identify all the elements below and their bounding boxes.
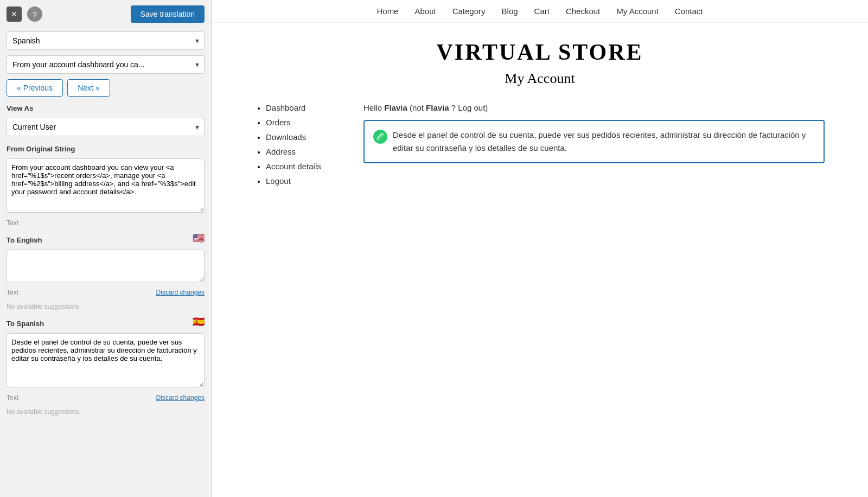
- view-as-select[interactable]: Current User: [7, 118, 205, 136]
- nav-checkout[interactable]: Checkout: [566, 7, 600, 16]
- menu-link-address[interactable]: Address: [266, 147, 296, 156]
- to-english-type-label: Text: [7, 289, 18, 296]
- nav-cart[interactable]: Cart: [534, 7, 550, 16]
- menu-link-dashboard[interactable]: Dashboard: [266, 103, 305, 112]
- pencil-icon: [376, 133, 384, 141]
- account-main: Hello Flavia (not Flavia ? Log out) Desd…: [363, 103, 825, 191]
- hello-suffix: ? Log out): [451, 103, 488, 112]
- menu-item-logout: Logout: [266, 176, 342, 186]
- string-select[interactable]: From your account dashboard you ca...: [7, 55, 205, 74]
- spanish-flag: 🇪🇸: [193, 316, 205, 328]
- to-spanish-header: To Spanish 🇪🇸: [7, 316, 205, 328]
- english-flag: 🇺🇸: [193, 232, 205, 244]
- menu-item-orders: Orders: [266, 118, 342, 127]
- original-string-textarea[interactable]: [7, 158, 205, 213]
- translation-panel: × ? Save translation Spanish From your a…: [0, 0, 212, 497]
- translated-content-box: Desde el panel de control de su cuenta, …: [363, 120, 825, 163]
- menu-item-address: Address: [266, 147, 342, 156]
- menu-link-downloads[interactable]: Downloads: [266, 132, 306, 142]
- to-english-suggestions: No available suggestions: [7, 303, 205, 310]
- close-button[interactable]: ×: [7, 7, 22, 22]
- help-icon: ?: [33, 10, 37, 19]
- to-spanish-textarea[interactable]: [7, 333, 205, 387]
- save-translation-button[interactable]: Save translation: [131, 5, 205, 23]
- page-title: My Account: [244, 71, 835, 87]
- edit-icon-circle: [373, 130, 387, 144]
- language-select-wrapper: Spanish: [7, 31, 205, 50]
- nav-buttons: « Previous Next »: [7, 79, 205, 97]
- menu-item-account-details: Account details: [266, 162, 342, 171]
- nav-about[interactable]: About: [414, 7, 436, 16]
- nav-contact[interactable]: Contact: [675, 7, 703, 16]
- menu-item-downloads: Downloads: [266, 132, 342, 142]
- menu-link-orders[interactable]: Orders: [266, 118, 291, 127]
- original-type-meta: Text: [7, 219, 205, 227]
- view-as-select-wrapper: Current User: [7, 118, 205, 136]
- menu-link-logout[interactable]: Logout: [266, 176, 291, 186]
- hello-prefix: Hello: [363, 103, 384, 112]
- site-content: VIRTUAL STORE My Account Dashboard Order…: [212, 23, 868, 497]
- translated-text: Desde el panel de control de su cuenta, …: [393, 129, 815, 155]
- to-english-label: To English: [7, 236, 42, 244]
- from-original-label: From Original String: [7, 145, 205, 153]
- language-select[interactable]: Spanish: [7, 31, 205, 50]
- account-menu: Dashboard Orders Downloads Address Accou…: [255, 103, 342, 191]
- nav-blog[interactable]: Blog: [502, 7, 518, 16]
- to-spanish-type-label: Text: [7, 394, 18, 402]
- hello-username2: Flavia: [426, 103, 449, 112]
- to-spanish-suggestions: No available suggestions: [7, 408, 205, 416]
- hello-text: Hello Flavia (not Flavia ? Log out): [363, 103, 825, 112]
- to-english-textarea[interactable]: [7, 250, 205, 282]
- previous-button[interactable]: « Previous: [7, 79, 63, 97]
- nav-my-account[interactable]: My Account: [616, 7, 659, 16]
- site-navigation: Home About Category Blog Cart Checkout M…: [212, 0, 868, 23]
- hello-middle: (not: [410, 103, 426, 112]
- account-layout: Dashboard Orders Downloads Address Accou…: [244, 103, 835, 191]
- store-title: VIRTUAL STORE: [244, 39, 835, 65]
- to-spanish-discard-link[interactable]: Discard changes: [156, 394, 205, 402]
- top-toolbar: × ? Save translation: [7, 5, 205, 26]
- to-spanish-meta: Text Discard changes: [7, 394, 205, 402]
- hello-username: Flavia: [384, 103, 407, 112]
- nav-category[interactable]: Category: [452, 7, 486, 16]
- site-preview-panel: Home About Category Blog Cart Checkout M…: [212, 0, 868, 497]
- string-select-wrapper: From your account dashboard you ca...: [7, 55, 205, 74]
- menu-link-account-details[interactable]: Account details: [266, 162, 321, 171]
- menu-item-dashboard: Dashboard: [266, 103, 342, 112]
- nav-home[interactable]: Home: [376, 7, 398, 16]
- close-icon: ×: [11, 9, 17, 20]
- to-english-discard-link[interactable]: Discard changes: [156, 289, 205, 296]
- next-button[interactable]: Next »: [67, 79, 110, 97]
- view-as-label: View As: [7, 104, 205, 112]
- to-english-meta: Text Discard changes: [7, 289, 205, 296]
- original-type-label: Text: [7, 219, 18, 227]
- help-button[interactable]: ?: [27, 7, 42, 22]
- to-english-header: To English 🇺🇸: [7, 232, 205, 244]
- to-spanish-label: To Spanish: [7, 320, 44, 328]
